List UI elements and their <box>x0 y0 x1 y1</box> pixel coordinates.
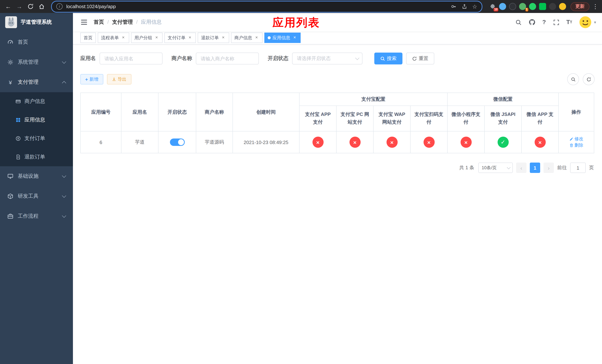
sidebar-item-workflow[interactable]: 工作流程 <box>0 206 73 226</box>
gear-icon <box>7 59 13 65</box>
share-icon[interactable] <box>462 4 467 9</box>
bookmark-star-icon[interactable]: ☆ <box>472 3 477 10</box>
browser-reload-button[interactable] <box>25 1 35 12</box>
extension-icon[interactable] <box>539 3 546 10</box>
sidebar-item-payment[interactable]: ¥ 支付管理 <box>0 72 73 92</box>
tab-close-icon[interactable]: × <box>292 35 297 40</box>
app-window: 芋道管理系统 首页 系统管理 ¥ 支付管理 <box>0 13 602 364</box>
browser-update-button[interactable]: 更新 <box>570 2 589 11</box>
prev-page-button[interactable]: ‹ <box>516 162 527 173</box>
next-page-button[interactable]: › <box>544 162 554 173</box>
export-button[interactable]: 导出 <box>107 74 131 85</box>
search-button[interactable]: 搜索 <box>374 53 402 64</box>
tab-close-icon[interactable]: × <box>154 35 159 40</box>
tab-app-info[interactable]: 应用信息 × <box>264 32 301 43</box>
sidebar-item-label: 系统管理 <box>18 59 39 65</box>
reset-button[interactable]: 重置 <box>406 53 434 64</box>
address-bar[interactable]: i localhost:1024/pay/app ☆ <box>51 0 483 12</box>
wechat-app-pay-status-icon: × <box>534 137 546 148</box>
toggle-search-button[interactable] <box>567 73 579 85</box>
breadcrumb-home[interactable]: 首页 <box>94 19 104 26</box>
extensions-puzzle-icon[interactable]: 10 <box>489 3 496 10</box>
browser-home-button[interactable] <box>36 1 47 12</box>
sidebar-item-label: 研发工具 <box>18 193 39 200</box>
extension-icon[interactable] <box>549 3 556 10</box>
delete-link[interactable]: 删除 <box>569 142 583 149</box>
fullscreen-icon[interactable] <box>553 19 559 25</box>
status-select[interactable]: 请选择开启状态 <box>292 53 363 64</box>
sidebar-menu: 首页 系统管理 ¥ 支付管理 商户信息 <box>0 32 73 226</box>
tab-refund-order[interactable]: 退款订单 × <box>198 32 229 43</box>
page-size-select[interactable]: 10条/页 <box>478 162 513 173</box>
sidebar-item-refund-order[interactable]: 退款订单 <box>0 148 73 166</box>
tab-close-icon[interactable]: × <box>254 35 259 40</box>
browser-forward-button[interactable]: → <box>14 1 24 12</box>
extension-icon[interactable] <box>499 3 506 10</box>
tab-payment-order[interactable]: 支付订单 × <box>164 32 196 43</box>
app-logo <box>5 16 17 28</box>
sidebar-item-infrastructure[interactable]: 基础设施 <box>0 166 73 186</box>
app-name-label: 应用名 <box>80 55 96 62</box>
add-button[interactable]: + 新增 <box>80 74 103 85</box>
tab-close-icon[interactable]: × <box>187 35 193 40</box>
navbar-actions: ? TT ▾ <box>515 16 596 29</box>
extension-icon[interactable]: 1 <box>519 3 526 10</box>
goto-label: 前往 <box>557 164 567 171</box>
chevron-down-icon <box>62 173 66 178</box>
sidebar-item-label: 退款订单 <box>24 154 45 160</box>
tab-label: 首页 <box>84 35 93 41</box>
hamburger-icon[interactable] <box>80 19 88 26</box>
page-number-button[interactable]: 1 <box>530 162 540 173</box>
refund-doc-icon <box>16 154 21 160</box>
site-info-icon[interactable]: i <box>56 3 63 10</box>
sidebar-item-dev-tools[interactable]: 研发工具 <box>0 186 73 206</box>
tab-label: 支付订单 <box>168 35 185 41</box>
sidebar-item-app-info[interactable]: 应用信息 <box>0 111 73 129</box>
edit-link[interactable]: 修改 <box>569 136 583 142</box>
status-select-placeholder: 请选择开启状态 <box>297 55 331 62</box>
pagination-total: 共 1 条 <box>459 164 474 171</box>
top-navbar: 首页 支付管理 应用信息 ? TT <box>73 13 602 32</box>
grid-icon <box>16 117 21 123</box>
status-label: 开启状态 <box>268 55 288 62</box>
extension-badge: 10 <box>494 8 498 11</box>
password-key-icon[interactable] <box>451 4 456 9</box>
reload-icon <box>27 3 33 10</box>
sidebar-item-merchant-info[interactable]: 商户信息 <box>0 92 73 111</box>
tab-close-icon[interactable]: × <box>221 35 226 40</box>
merchant-name-input[interactable] <box>196 53 259 64</box>
font-size-icon[interactable]: TT <box>566 19 572 25</box>
user-menu[interactable]: ▾ <box>579 16 596 29</box>
tab-home[interactable]: 首页 <box>80 32 96 43</box>
extension-icon[interactable] <box>529 3 536 10</box>
goto-page-input[interactable] <box>570 162 586 173</box>
tab-process-form[interactable]: 流程表单 × <box>98 32 129 43</box>
column-header-merchant: 商户名称 <box>196 93 233 131</box>
sidebar-item-label: 商户信息 <box>24 98 45 105</box>
briefcase-icon <box>7 213 13 219</box>
extension-icon[interactable] <box>509 3 516 10</box>
column-header-status: 开启状态 <box>158 93 196 131</box>
chevron-up-icon <box>62 81 66 85</box>
browser-menu-icon[interactable]: ⋮ <box>592 3 599 10</box>
app-name-input[interactable] <box>100 53 162 64</box>
refresh-table-button[interactable] <box>583 73 595 85</box>
tab-user-group[interactable]: 用户分组 × <box>131 32 162 43</box>
help-icon[interactable]: ? <box>542 19 546 26</box>
sidebar-item-home[interactable]: 首页 <box>0 32 73 52</box>
browser-back-button[interactable]: ← <box>3 1 13 12</box>
sidebar-item-system[interactable]: 系统管理 <box>0 52 73 72</box>
breadcrumb-payment[interactable]: 支付管理 <box>104 19 133 26</box>
sidebar-item-payment-order[interactable]: 支付订单 <box>0 129 73 148</box>
tab-merchant-info[interactable]: 商户信息 × <box>231 32 262 43</box>
status-toggle[interactable] <box>170 139 184 146</box>
search-icon <box>380 56 385 61</box>
column-header-wechat-jsapi: 微信 JSAPI 支付 <box>484 106 521 131</box>
tab-close-icon[interactable]: × <box>121 35 126 40</box>
export-button-label: 导出 <box>118 76 127 82</box>
sidebar-logo-row[interactable]: 芋道管理系统 <box>0 13 73 32</box>
cell-create-time: 2021-10-23 08:49:25 <box>233 131 299 153</box>
header-search-icon[interactable] <box>515 19 522 25</box>
github-icon[interactable] <box>529 19 535 26</box>
extension-icon[interactable] <box>559 3 566 10</box>
